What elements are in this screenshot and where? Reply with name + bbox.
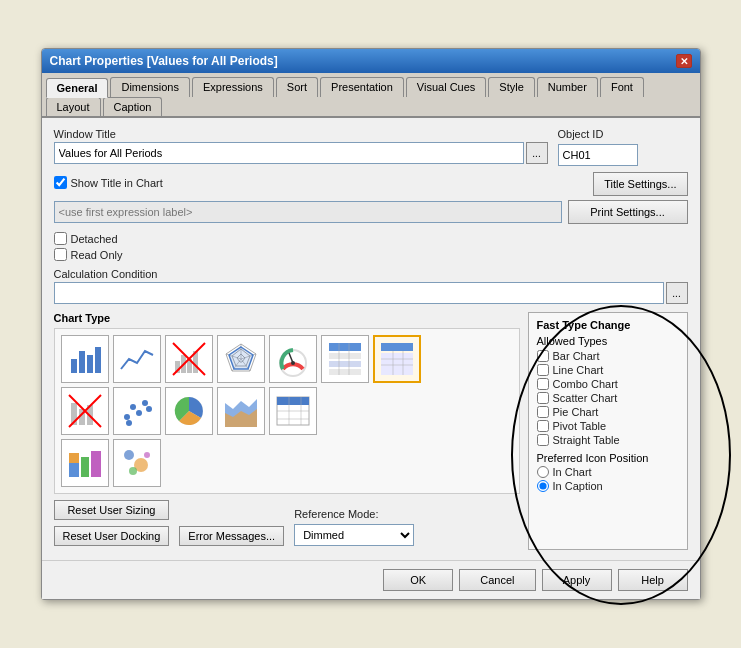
general-content: Window Title ... Object ID Show Title in… — [42, 118, 700, 560]
combo-chart-checkbox[interactable] — [537, 378, 549, 390]
tab-expressions[interactable]: Expressions — [192, 77, 274, 97]
scatter-chart-checkbox[interactable] — [537, 392, 549, 404]
show-title-checkbox[interactable] — [54, 176, 67, 189]
lower-buttons: Reset User Sizing Reset User Docking Err… — [54, 500, 520, 546]
in-caption-radio[interactable] — [537, 480, 549, 492]
icon-positions-list: In Chart In Caption — [537, 466, 679, 492]
straight-table-check-row: Straight Table — [537, 434, 679, 446]
tab-sort[interactable]: Sort — [276, 77, 318, 97]
pie-chart-check-row: Pie Chart — [537, 406, 679, 418]
tab-general[interactable]: General — [46, 78, 109, 98]
chart-icons-row1 — [61, 335, 513, 383]
in-chart-radio-row: In Chart — [537, 466, 679, 478]
in-caption-label: In Caption — [553, 480, 603, 492]
fast-type-title: Fast Type Change — [537, 319, 679, 331]
ok-button[interactable]: OK — [383, 569, 453, 591]
detached-checkbox[interactable] — [54, 232, 67, 245]
bar-chart-check-label: Bar Chart — [553, 350, 600, 362]
line-chart-icon[interactable] — [113, 335, 161, 383]
mekko-chart-icon[interactable] — [61, 439, 109, 487]
pivot-table-check-label: Pivot Table — [553, 420, 607, 432]
reset-docking-button[interactable]: Reset User Docking — [54, 526, 170, 546]
calc-condition-dots-button[interactable]: ... — [666, 282, 688, 304]
svg-rect-17 — [329, 343, 361, 351]
combo-chart-check-row: Combo Chart — [537, 378, 679, 390]
window-title-dots-button[interactable]: ... — [526, 142, 548, 164]
svg-rect-50 — [69, 453, 79, 463]
straight-table-check-label: Straight Table — [553, 434, 620, 446]
window-title-label: Window Title — [54, 128, 116, 140]
svg-rect-49 — [69, 463, 79, 477]
object-id-input[interactable] — [558, 144, 638, 166]
svg-point-38 — [146, 406, 152, 412]
reference-mode-label: Reference Mode: — [294, 508, 414, 520]
dialog: Chart Properties [Values for All Periods… — [41, 48, 701, 600]
svg-point-55 — [129, 467, 137, 475]
in-chart-radio[interactable] — [537, 466, 549, 478]
tab-visual-cues[interactable]: Visual Cues — [406, 77, 487, 97]
window-title-section: Window Title ... — [54, 128, 548, 166]
tab-presentation[interactable]: Presentation — [320, 77, 404, 97]
cancel-button[interactable]: Cancel — [459, 569, 535, 591]
chart-icons-row3 — [61, 439, 513, 487]
pie-chart-check-label: Pie Chart — [553, 406, 599, 418]
bar-chart-icon[interactable] — [61, 335, 109, 383]
detached-checkbox-row: Detached — [54, 232, 123, 245]
help-button[interactable]: Help — [618, 569, 688, 591]
error-messages-button[interactable]: Error Messages... — [179, 526, 284, 546]
tab-dimensions[interactable]: Dimensions — [110, 77, 189, 97]
svg-rect-20 — [329, 369, 361, 375]
straight-table-icon[interactable] — [269, 387, 317, 435]
svg-rect-24 — [381, 353, 413, 375]
reset-sizing-button[interactable]: Reset User Sizing — [54, 500, 170, 520]
gauge-chart-icon[interactable] — [269, 335, 317, 383]
svg-point-53 — [124, 450, 134, 460]
line-chart-check-label: Line Chart — [553, 364, 604, 376]
tab-caption[interactable]: Caption — [103, 97, 163, 116]
calculation-condition-input[interactable] — [54, 282, 664, 304]
bar-chart-checkbox[interactable] — [537, 350, 549, 362]
tab-style[interactable]: Style — [488, 77, 534, 97]
pivot-table-check-row: Pivot Table — [537, 420, 679, 432]
apply-button[interactable]: Apply — [542, 569, 612, 591]
pie-chart-icon[interactable] — [165, 387, 213, 435]
read-only-checkbox[interactable] — [54, 248, 67, 261]
close-button[interactable]: ✕ — [676, 54, 692, 68]
detached-label: Detached — [71, 233, 118, 245]
reference-mode-select[interactable]: Dimmed Normal Hidden — [294, 524, 414, 546]
subtitle-input[interactable] — [54, 201, 562, 223]
pie-chart-checkbox[interactable] — [537, 406, 549, 418]
svg-point-39 — [126, 420, 132, 426]
chart-type-label: Chart Type — [54, 312, 520, 324]
window-title-input[interactable] — [54, 142, 524, 164]
fast-type-panel: Fast Type Change Allowed Types Bar Chart… — [528, 312, 688, 550]
tab-font[interactable]: Font — [600, 77, 644, 97]
chart-icons-row2 — [61, 387, 513, 435]
title-settings-button[interactable]: Title Settings... — [593, 172, 687, 196]
svg-rect-3 — [95, 347, 101, 373]
combo-chart-icon[interactable] — [165, 335, 213, 383]
print-settings-button[interactable]: Print Settings... — [568, 200, 688, 224]
disabled-chart-icon[interactable] — [61, 387, 109, 435]
bar-chart-check-row: Bar Chart — [537, 350, 679, 362]
selected-chart-icon[interactable] — [373, 335, 421, 383]
allowed-types-list: Bar Chart Line Chart Combo Chart Scatter… — [537, 350, 679, 446]
grid-chart-icon[interactable] — [321, 335, 369, 383]
svg-rect-23 — [381, 343, 413, 351]
line-chart-checkbox[interactable] — [537, 364, 549, 376]
allowed-types-title: Allowed Types — [537, 335, 679, 347]
svg-rect-19 — [329, 361, 361, 367]
area-chart-icon[interactable] — [217, 387, 265, 435]
object-id-label: Object ID — [558, 128, 688, 140]
object-id-section: Object ID — [558, 128, 688, 166]
second-scatter-icon[interactable] — [113, 439, 161, 487]
chart-type-section — [54, 328, 520, 494]
radar-chart-icon[interactable] — [217, 335, 265, 383]
svg-marker-13 — [229, 347, 253, 369]
tab-number[interactable]: Number — [537, 77, 598, 97]
straight-table-checkbox[interactable] — [537, 434, 549, 446]
combo-chart-check-label: Combo Chart — [553, 378, 618, 390]
scatter-chart-icon[interactable] — [113, 387, 161, 435]
pivot-table-checkbox[interactable] — [537, 420, 549, 432]
tab-layout[interactable]: Layout — [46, 97, 101, 116]
